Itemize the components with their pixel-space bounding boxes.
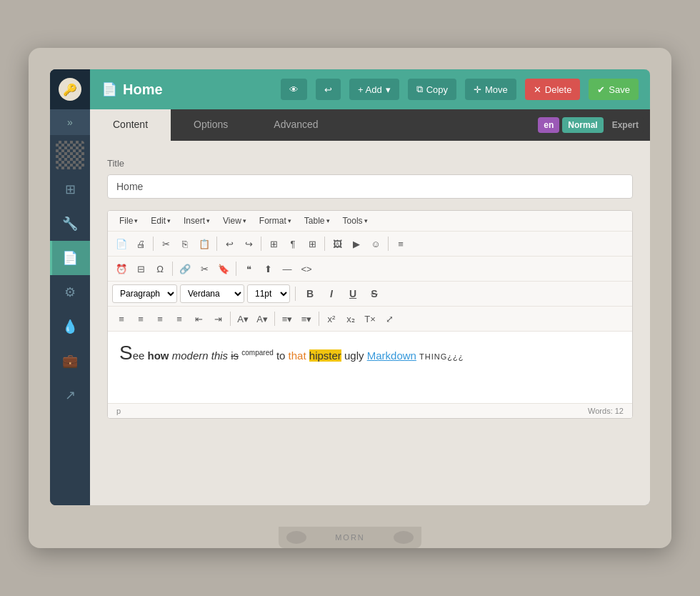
strikethrough-button[interactable]: S xyxy=(365,284,384,303)
lang-en-label: en xyxy=(544,120,554,130)
lang-expert-button[interactable]: Expert xyxy=(606,117,644,133)
tb-sep2 xyxy=(216,237,217,251)
editor-body[interactable]: See how modern this is compared to that … xyxy=(108,332,632,403)
format-sep1 xyxy=(295,287,296,301)
tb-upload[interactable]: ⬆ xyxy=(259,259,277,278)
tb-image[interactable]: 🖼 xyxy=(328,234,346,253)
tb-blockquote[interactable]: ❝ xyxy=(239,259,258,278)
paragraph-select[interactable]: Paragraph xyxy=(112,284,177,303)
table-caret: ▾ xyxy=(326,217,330,224)
tb-cut[interactable]: ✂ xyxy=(156,234,175,253)
tb-alarm[interactable]: ⏰ xyxy=(112,259,131,278)
title-input[interactable] xyxy=(107,174,633,199)
tb-undo[interactable]: ↩ xyxy=(220,234,239,253)
editor-text-how: how xyxy=(148,349,169,362)
tb-special[interactable]: ⊟ xyxy=(131,259,150,278)
tb-redo[interactable]: ↪ xyxy=(239,234,258,253)
sidebar-item-briefcase[interactable]: 💼 xyxy=(50,344,90,378)
lang-en-button[interactable]: en xyxy=(538,117,559,133)
logo-icon: 🔑 xyxy=(59,78,81,101)
settings-icon: ⚙ xyxy=(64,284,76,300)
menu-file[interactable]: File▾ xyxy=(114,214,144,228)
delete-icon: ✕ xyxy=(534,84,541,95)
italic-button[interactable]: I xyxy=(322,284,341,303)
save-icon: ✔ xyxy=(597,84,605,95)
editor-menubar: File▾ Edit▾ Insert▾ View▾ Format▾ xyxy=(108,211,632,232)
font-select[interactable]: Verdana xyxy=(180,284,244,303)
editor-text-markdown[interactable]: Markdown xyxy=(367,349,416,362)
tb-sep3 xyxy=(261,237,261,251)
align-sep3 xyxy=(319,312,319,326)
align-right-button[interactable]: ≡ xyxy=(151,309,169,328)
superscript-button[interactable]: x² xyxy=(322,309,341,328)
align-center-button[interactable]: ≡ xyxy=(131,309,150,328)
tb-pilcrow[interactable]: ¶ xyxy=(284,234,302,253)
tb-link[interactable]: 🔗 xyxy=(176,259,194,278)
tb-media[interactable]: ▶ xyxy=(347,234,366,253)
tab-advanced[interactable]: Advanced xyxy=(251,109,341,141)
align-left-button[interactable]: ≡ xyxy=(112,309,131,328)
sidebar-item-export[interactable]: ↗ xyxy=(50,378,90,412)
clear-format-button[interactable]: T× xyxy=(361,309,379,328)
lang-normal-button[interactable]: Normal xyxy=(562,117,603,133)
undo-button[interactable]: ↩ xyxy=(316,79,341,100)
menu-table[interactable]: Table▾ xyxy=(299,214,336,228)
menu-view[interactable]: View▾ xyxy=(217,214,252,228)
sidebar-item-document[interactable]: 📄 xyxy=(50,241,90,275)
tb-bookmark[interactable]: 🔖 xyxy=(214,259,233,278)
align-sep2 xyxy=(274,312,275,326)
indent-left-button[interactable]: ⇤ xyxy=(189,309,208,328)
indent-right-button[interactable]: ⇥ xyxy=(209,309,227,328)
menu-edit[interactable]: Edit▾ xyxy=(145,214,176,228)
tb-table[interactable]: ⊞ xyxy=(303,234,321,253)
menu-insert[interactable]: Insert▾ xyxy=(178,214,216,228)
align-sep1 xyxy=(230,312,231,326)
tb-omega[interactable]: Ω xyxy=(151,259,169,278)
tb-hr[interactable]: — xyxy=(278,259,296,278)
tb-find[interactable]: ⊞ xyxy=(264,234,283,253)
sidebar-expand-btn[interactable]: » xyxy=(50,109,90,135)
copy-button-label: Copy xyxy=(426,84,448,95)
tb-copy[interactable]: ⎘ xyxy=(176,234,194,253)
editor-text-ee: ee xyxy=(133,349,148,362)
move-icon: ✛ xyxy=(474,84,481,95)
save-button[interactable]: ✔ Save xyxy=(589,79,639,100)
tb-emoji[interactable]: ☺ xyxy=(366,234,385,253)
copy-button[interactable]: ⧉ Copy xyxy=(408,79,456,100)
tab-options[interactable]: Options xyxy=(171,109,251,141)
subscript-button[interactable]: x₂ xyxy=(341,309,360,328)
list-button[interactable]: ≡▾ xyxy=(278,309,296,328)
view-button[interactable]: 👁 xyxy=(281,79,307,100)
tb-new[interactable]: 📄 xyxy=(112,234,131,253)
sidebar-item-settings[interactable]: ⚙ xyxy=(50,275,90,309)
tb-linkbreak[interactable]: ✂ xyxy=(195,259,214,278)
tb-paste[interactable]: 📋 xyxy=(195,234,214,253)
tb-print[interactable]: 🖨 xyxy=(131,234,150,253)
tb-code[interactable]: <> xyxy=(297,259,316,278)
tab-content[interactable]: Content xyxy=(90,109,171,141)
sidebar-item-grid[interactable]: ⊞ xyxy=(50,172,90,207)
fullscreen-button[interactable]: ⤢ xyxy=(380,309,399,328)
sidebar-item-wrench[interactable]: 🔧 xyxy=(50,207,90,241)
underline-button[interactable]: U xyxy=(344,284,362,303)
editor-text-thing: THING¿¿¿ xyxy=(419,352,464,361)
bold-button[interactable]: B xyxy=(301,284,319,303)
add-button[interactable]: + Add ▾ xyxy=(349,79,399,100)
editor-element-indicator: p xyxy=(116,407,121,415)
menu-format[interactable]: Format▾ xyxy=(254,214,297,228)
move-button[interactable]: ✛ Move xyxy=(465,79,516,100)
menu-tools[interactable]: Tools▾ xyxy=(337,214,374,228)
sidebar-item-drop[interactable]: 💧 xyxy=(50,309,90,344)
size-select[interactable]: 11pt xyxy=(247,284,290,303)
editor-text-big-s: S xyxy=(119,342,133,364)
lang-normal-label: Normal xyxy=(568,120,597,130)
sidebar-logo[interactable]: 🔑 xyxy=(50,69,90,109)
font-color-button[interactable]: A▾ xyxy=(234,309,252,328)
file-caret: ▾ xyxy=(134,217,138,224)
ordered-list-button[interactable]: ≡▾ xyxy=(297,309,316,328)
delete-button[interactable]: ✕ Delete xyxy=(525,79,581,100)
highlight-button[interactable]: A▾ xyxy=(253,309,271,328)
sidebar-item-checkerboard[interactable] xyxy=(50,138,90,172)
tb-listview[interactable]: ≡ xyxy=(391,234,410,253)
align-justify-button[interactable]: ≡ xyxy=(170,309,189,328)
